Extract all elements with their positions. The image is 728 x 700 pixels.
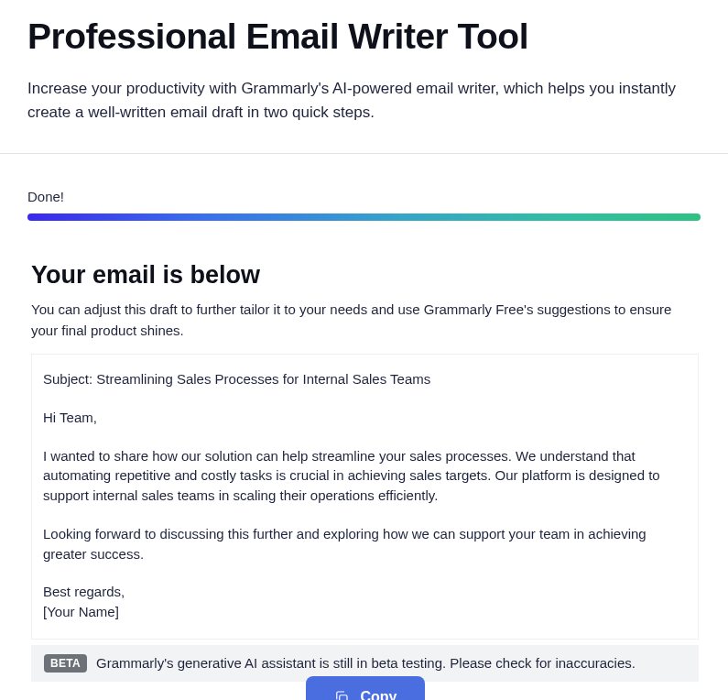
page-subtitle: Increase your productivity with Grammarl… (27, 77, 701, 126)
email-output[interactable]: Subject: Streamlining Sales Processes fo… (31, 354, 699, 640)
svg-rect-0 (339, 695, 346, 700)
email-subject: Subject: Streamlining Sales Processes fo… (43, 369, 687, 389)
email-body-2: Looking forward to discussing this furth… (43, 524, 687, 564)
email-body-1: I wanted to share how our solution can h… (43, 446, 687, 506)
page-title: Professional Email Writer Tool (27, 16, 701, 57)
progress-bar (27, 213, 701, 221)
status-label: Done! (27, 189, 701, 204)
email-signoff: Best regards, (43, 584, 125, 599)
email-greeting: Hi Team, (43, 408, 687, 428)
copy-button-label: Copy (361, 689, 397, 700)
email-signature: [Your Name] (43, 604, 119, 619)
result-title: Your email is below (31, 261, 699, 290)
beta-text: Grammarly's generative AI assistant is s… (96, 655, 636, 671)
copy-icon (333, 689, 350, 700)
email-signoff-block: Best regards, [Your Name] (43, 582, 687, 622)
copy-button[interactable]: Copy (306, 676, 425, 700)
beta-badge: BETA (44, 654, 87, 673)
result-subtitle: You can adjust this draft to further tai… (31, 299, 699, 342)
